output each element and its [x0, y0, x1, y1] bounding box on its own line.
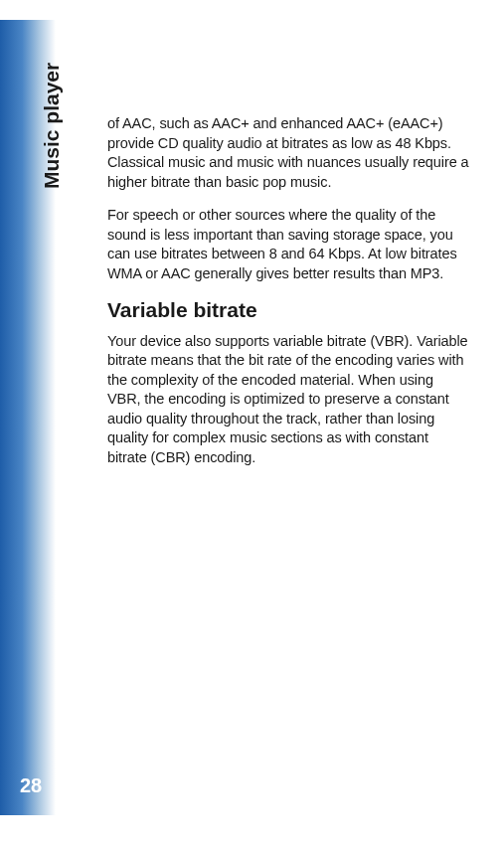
page-number: 28	[20, 774, 42, 797]
section-title: Music player	[40, 63, 64, 189]
section-heading: Variable bitrate	[107, 298, 470, 322]
body-paragraph: of AAC, such as AAC+ and enhanced AAC+ (…	[107, 114, 470, 192]
body-paragraph: For speech or other sources where the qu…	[107, 206, 470, 283]
body-paragraph: Your device also supports variable bitra…	[107, 332, 470, 468]
main-content: of AAC, such as AAC+ and enhanced AAC+ (…	[107, 114, 470, 481]
